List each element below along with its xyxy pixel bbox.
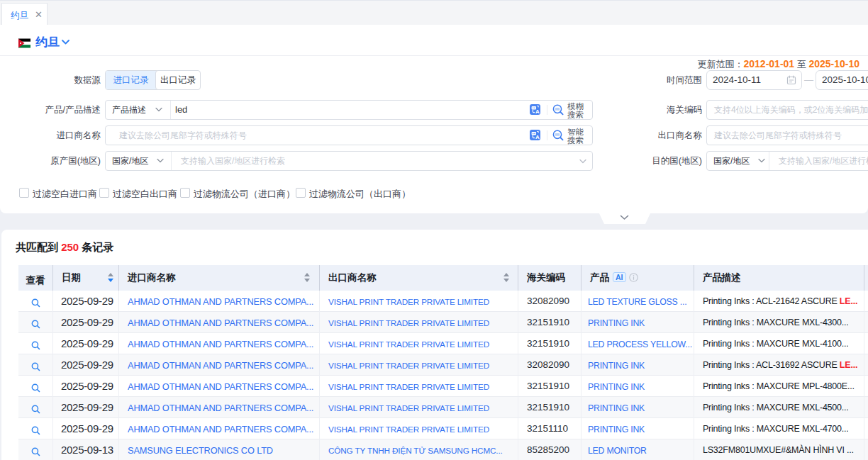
svg-text:A: A [535, 134, 540, 140]
svg-text:A: A [535, 108, 540, 115]
